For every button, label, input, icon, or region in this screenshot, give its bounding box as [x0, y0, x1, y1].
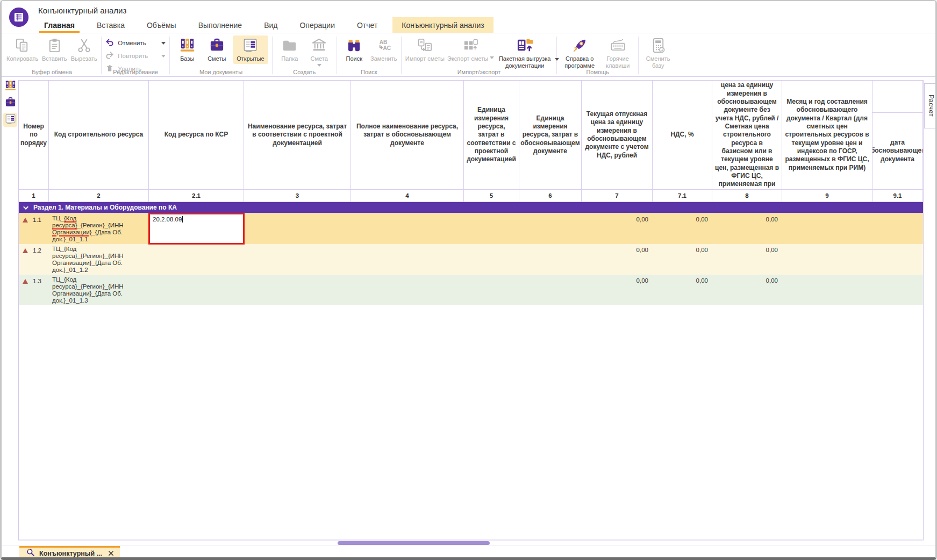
cut-icon [76, 37, 92, 54]
sidebar-bases-button[interactable] [3, 80, 17, 94]
undo-button[interactable]: Отменить [105, 38, 166, 48]
batch-upload-button[interactable]: Пакетная выгрузка документации [497, 35, 553, 70]
batch-upload-label: Пакетная выгрузка документации [497, 55, 553, 69]
export-estimate-label: Экспорт сметы [447, 55, 488, 62]
about-button[interactable]: Справка о программе [561, 35, 598, 69]
tab-obyomy[interactable]: Объёмы [140, 17, 183, 33]
find-button[interactable]: Поиск [341, 35, 368, 62]
column-number: 3 [244, 190, 351, 202]
folder-icon [281, 37, 298, 54]
opened-button[interactable]: Открытые [233, 35, 268, 64]
tab-raschet[interactable]: Расчет [924, 83, 937, 128]
import-estimate-button[interactable]: Импорт сметы [405, 35, 445, 62]
import-icon [417, 37, 433, 54]
tab-vid[interactable]: Вид [257, 17, 284, 33]
replace-label: Заменить [370, 55, 397, 62]
ribbon-group-import-export: Импорт сметы Экспорт сметы Пакетная выгр… [403, 35, 555, 76]
estimates-label: Сметы [208, 55, 226, 62]
paste-label: Вставить [42, 55, 67, 62]
folder-label: Папка [281, 55, 298, 62]
column-number: 2 [49, 190, 149, 202]
title-bar: Конъюнктурный анализ Главная Вставка Объ… [2, 1, 935, 33]
close-icon[interactable] [108, 550, 114, 556]
column-header: Текущая отпускная цена за единицу измере… [712, 81, 782, 190]
scrollbar-thumb[interactable] [338, 541, 490, 545]
ribbon: Копировать Вставить Вырезать Буфер обмен… [2, 34, 935, 77]
column-header-group-cell [872, 81, 922, 113]
sidebar-estimates-button[interactable] [3, 96, 17, 110]
section-row[interactable]: Раздел 1. Материалы и Оборудование по КА [19, 202, 923, 213]
change-base-label: Сменить базу [643, 55, 673, 69]
create-estimate-button[interactable]: Смета [306, 35, 333, 69]
change-base-button[interactable]: Сменить базу [642, 35, 674, 69]
app-window: Конъюнктурный анализ Главная Вставка Объ… [0, 0, 937, 560]
group-label-help: Помощь [558, 69, 637, 75]
undo-label: Отменить [118, 40, 146, 46]
tab-operacii[interactable]: Операции [292, 17, 342, 33]
column-number: 9 [782, 190, 872, 202]
find-label: Поиск [346, 55, 362, 62]
column-number: 6 [519, 190, 582, 202]
sidebar-opened-button[interactable] [3, 113, 17, 127]
cut-label: Вырезать [71, 55, 97, 62]
document-tab-label: Конъюнктурный ... [39, 550, 102, 557]
about-label: Справка о программе [561, 55, 598, 69]
folder-button[interactable]: Папка [276, 35, 303, 62]
import-estimate-label: Импорт сметы [405, 55, 445, 62]
magnifier-icon [26, 548, 35, 559]
tab-konyunkturny-analiz[interactable]: Конъюнктурный анализ [392, 17, 493, 33]
estimates-button[interactable]: Сметы [203, 35, 230, 62]
horizontal-scrollbar[interactable] [18, 540, 924, 545]
svg-text:AB: AB [380, 39, 388, 45]
export-dropdown-icon[interactable] [490, 56, 494, 61]
estimate-table: Номер по порядку Код строительного ресур… [18, 80, 924, 540]
cut-button[interactable]: Вырезать [70, 35, 97, 62]
column-header: НДС, % [653, 81, 712, 190]
column-header: Код строительного ресурса [49, 81, 149, 190]
tab-glavnaya[interactable]: Главная [37, 17, 82, 33]
replace-button[interactable]: ABAC Заменить [370, 35, 397, 62]
group-divider [638, 37, 639, 74]
rocket-icon [571, 37, 588, 54]
column-header: Номер по порядку [19, 81, 49, 190]
copy-icon [14, 37, 31, 54]
group-label-create: Создать [274, 69, 335, 75]
keyboard-icon [610, 37, 626, 54]
tab-otchet[interactable]: Отчет [350, 17, 384, 33]
column-number: 9.1 [872, 190, 923, 202]
paste-icon [46, 37, 63, 54]
undo-dropdown-icon[interactable] [161, 42, 166, 47]
copy-button[interactable]: Копировать [6, 35, 38, 62]
batch-upload-icon [516, 37, 534, 54]
ribbon-group-my-documents: Базы Сметы Открытые Мои документы [171, 35, 271, 76]
redo-button[interactable]: Повторить [105, 51, 166, 61]
section-collapse-icon[interactable] [23, 204, 28, 210]
ribbon-group-search: Поиск ABAC Заменить Поиск [338, 35, 400, 76]
main-area: Номер по порядку Код строительного ресур… [2, 77, 935, 540]
group-divider [556, 37, 557, 74]
hotkeys-button[interactable]: Горячие клавиши [601, 35, 634, 69]
paste-button[interactable]: Вставить [41, 35, 68, 62]
bases-button[interactable]: Базы [174, 35, 201, 62]
export-icon [462, 37, 479, 54]
column-number: 1 [19, 190, 49, 202]
column-header: Полное наименование ресурса, затрат в об… [351, 81, 464, 190]
app-logo-icon [9, 7, 29, 27]
tab-vstavka[interactable]: Вставка [90, 17, 132, 33]
opened-label: Открытые [237, 55, 264, 62]
column-number: 2.1 [149, 190, 244, 202]
redo-dropdown-icon[interactable] [161, 55, 166, 60]
group-label-search: Поиск [338, 69, 400, 75]
tab-vypolnenie[interactable]: Выполнение [191, 17, 249, 33]
column-header: Единица измерения ресурса, затрат в соот… [464, 81, 519, 190]
create-estimate-dropdown-icon[interactable] [317, 64, 321, 69]
redo-label: Повторить [118, 53, 148, 59]
ribbon-group-clipboard: Копировать Вставить Вырезать Буфер обмен… [4, 35, 100, 76]
group-label-editing: Редактирование [103, 69, 168, 75]
group-label-my-documents: Мои документы [171, 69, 271, 75]
bases-label: Базы [180, 55, 194, 62]
briefcase-icon [209, 37, 225, 54]
column-header: Наименование ресурса, затрат в соответст… [244, 81, 351, 190]
document-tab-konyunkturny-analiz[interactable]: Конъюнктурный ... [19, 546, 120, 559]
export-estimate-button[interactable]: Экспорт сметы [447, 35, 494, 62]
